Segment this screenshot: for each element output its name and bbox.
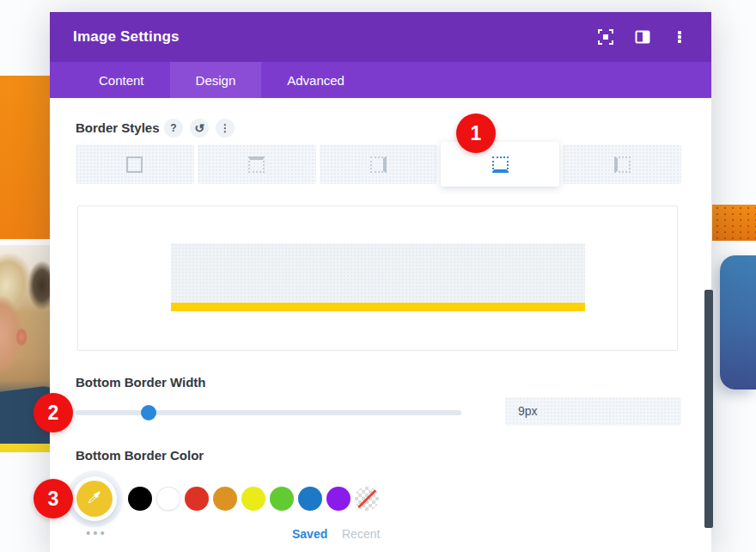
expand-preview-icon[interactable] bbox=[598, 29, 613, 45]
palette-tab-saved[interactable]: Saved bbox=[292, 527, 327, 541]
background-orange-block bbox=[0, 76, 50, 239]
annotation-badge-1: 1 bbox=[456, 113, 496, 153]
panel-icon bbox=[635, 29, 650, 45]
border-preview-tile bbox=[171, 243, 585, 311]
style-option-left-border[interactable] bbox=[563, 144, 681, 184]
all-borders-icon bbox=[126, 156, 143, 173]
options-kebab-icon[interactable]: ⋮ bbox=[216, 119, 235, 138]
help-icon[interactable]: ? bbox=[164, 119, 183, 138]
border-styles-chips: ? ↺ ⋮ bbox=[164, 119, 235, 138]
modal-title: Image Settings bbox=[73, 28, 180, 46]
swatch-red[interactable] bbox=[185, 487, 209, 511]
swatch-orange[interactable] bbox=[213, 487, 237, 511]
modal-header: Image Settings bbox=[50, 12, 711, 62]
dot bbox=[678, 31, 680, 34]
swatch-blue[interactable] bbox=[298, 487, 322, 511]
header-icons bbox=[598, 29, 687, 45]
bottom-border-width-label: Bottom Border Width bbox=[76, 375, 206, 389]
more-colors-dots-icon[interactable]: ••• bbox=[86, 525, 107, 540]
swatch-black[interactable] bbox=[128, 487, 152, 511]
annotation-badge-3: 3 bbox=[34, 479, 73, 518]
dot bbox=[678, 40, 680, 42]
style-option-all-borders[interactable] bbox=[76, 144, 194, 184]
style-option-bottom-border[interactable] bbox=[441, 142, 559, 187]
page-scrollbar[interactable] bbox=[704, 290, 713, 528]
style-option-top-border[interactable] bbox=[198, 144, 316, 184]
tab-advanced[interactable]: Advanced bbox=[261, 62, 370, 98]
background-yellow-strip bbox=[0, 444, 50, 452]
border-width-input[interactable]: 9px bbox=[505, 397, 681, 426]
settings-tabbar: Content Design Advanced bbox=[50, 62, 711, 98]
expand-icon bbox=[598, 29, 613, 45]
bottom-border-icon bbox=[492, 156, 509, 173]
top-border-icon bbox=[248, 156, 265, 173]
eyedropper-icon bbox=[85, 489, 104, 508]
border-style-options bbox=[76, 144, 681, 187]
swatch-purple[interactable] bbox=[326, 487, 351, 511]
color-picker-button[interactable] bbox=[72, 476, 117, 521]
swatch-white[interactable] bbox=[156, 487, 180, 511]
slider-handle[interactable] bbox=[141, 405, 156, 420]
screen: Image Settings bbox=[0, 0, 756, 552]
border-preview-box bbox=[77, 205, 678, 351]
background-orange-band bbox=[712, 205, 756, 241]
left-border-icon bbox=[614, 156, 631, 173]
swatch-none[interactable] bbox=[355, 487, 379, 511]
right-border-icon bbox=[370, 156, 387, 173]
tab-design[interactable]: Design bbox=[170, 62, 262, 98]
bottom-border-color-label: Bottom Border Color bbox=[76, 448, 204, 463]
reset-icon[interactable]: ↺ bbox=[190, 119, 209, 138]
tab-content[interactable]: Content bbox=[73, 62, 170, 98]
style-option-right-border[interactable] bbox=[320, 144, 438, 184]
photo-person-ear bbox=[15, 328, 27, 347]
swatch-green[interactable] bbox=[270, 487, 294, 511]
background-blue-card bbox=[720, 255, 756, 389]
annotation-badge-2: 2 bbox=[34, 393, 73, 432]
border-styles-label: Border Styles bbox=[76, 120, 160, 135]
eyedropper-circle bbox=[76, 481, 113, 517]
design-tab-panel: Border Styles ? ↺ ⋮ bbox=[50, 98, 711, 552]
palette-tab-recent[interactable]: Recent bbox=[342, 527, 380, 541]
split-view-icon[interactable] bbox=[635, 29, 650, 45]
swatch-yellow[interactable] bbox=[241, 487, 265, 511]
dot bbox=[678, 35, 680, 38]
image-settings-modal: Image Settings bbox=[50, 12, 711, 552]
border-width-slider[interactable] bbox=[76, 410, 461, 415]
kebab-menu-icon[interactable] bbox=[672, 29, 687, 45]
